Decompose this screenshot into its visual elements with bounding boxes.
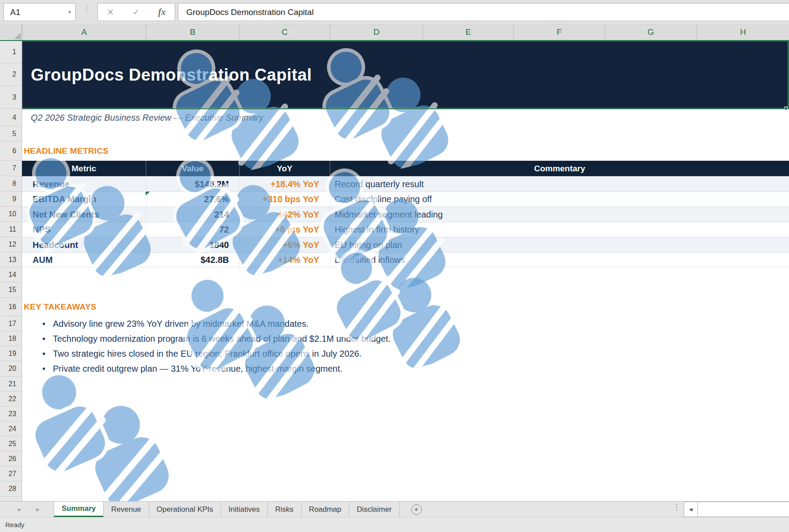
insert-function-icon[interactable]: fx — [158, 7, 166, 17]
row-header-10[interactable]: 10 — [0, 207, 22, 222]
formula-buttons: ✕ ✓ fx — [97, 3, 175, 21]
bullet-icon: • — [42, 334, 45, 344]
cell-yoy[interactable]: +42% YoY — [239, 207, 330, 222]
cell-commentary[interactable]: EU hiring on plan — [330, 237, 789, 252]
cell-commentary[interactable]: Highest in firm history — [330, 222, 789, 237]
col-header-commentary: Commentary — [330, 161, 789, 176]
metrics-table-header: Metric Value YoY Commentary — [22, 161, 789, 176]
row-header-27[interactable]: 27 — [0, 466, 22, 481]
sheet-tab-risks[interactable]: Risks — [268, 502, 302, 517]
row-header-15[interactable]: 15 — [0, 282, 22, 298]
sheet-tab-revenue[interactable]: Revenue — [103, 502, 149, 517]
cell-value[interactable]: $42.8B — [146, 253, 239, 267]
cell-metric[interactable]: Revenue — [22, 177, 146, 192]
sheet-tab-initiatives[interactable]: Initiatives — [221, 502, 268, 517]
sheet-grid[interactable]: GroupDocs Demonstration Capital Q2 2026 … — [22, 41, 789, 501]
row-header-13[interactable]: 13 — [0, 252, 22, 267]
takeaway-text: Two strategic hires closed in the EU reg… — [53, 349, 361, 359]
cell-commentary[interactable]: Diversified inflows — [330, 253, 789, 267]
tab-scroll-left-icon[interactable]: ◄ — [16, 506, 21, 513]
row-headers: 1234567891011121314151617181920212223242… — [0, 41, 22, 501]
column-header-c[interactable]: C — [239, 24, 330, 40]
row-header-1[interactable]: 1 — [0, 41, 22, 63]
row-header-28[interactable]: 28 — [0, 481, 22, 497]
select-all-corner[interactable] — [0, 24, 22, 40]
cell-commentary[interactable]: Cost discipline paying off — [330, 192, 789, 207]
col-header-value: Value — [146, 161, 239, 176]
row-header-20[interactable]: 20 — [0, 361, 22, 377]
row-header-21[interactable]: 21 — [0, 377, 22, 392]
add-sheet-button[interactable]: + — [411, 504, 422, 515]
takeaway-text: Advisory line grew 23% YoY driven by mid… — [53, 319, 309, 329]
row-header-24[interactable]: 24 — [0, 421, 22, 436]
cell-value[interactable]: $148.2M — [146, 177, 239, 192]
cell-yoy[interactable]: +14% YoY — [239, 253, 330, 267]
row-header-14[interactable]: 14 — [0, 267, 22, 282]
col-header-metric: Metric — [22, 161, 146, 176]
cell-yoy[interactable]: +310 bps YoY — [239, 192, 330, 207]
row-header-23[interactable]: 23 — [0, 406, 22, 421]
cancel-icon[interactable]: ✕ — [107, 7, 114, 17]
row-header-7[interactable]: 7 — [0, 161, 22, 176]
hscroll-track[interactable] — [698, 502, 789, 517]
column-header-e[interactable]: E — [423, 24, 513, 40]
row-header-18[interactable]: 18 — [0, 331, 22, 346]
cell-value[interactable]: 72 — [146, 222, 239, 237]
sheet-tab-summary[interactable]: Summary — [54, 502, 103, 517]
formula-bar[interactable]: GroupDocs Demonstration Capital — [178, 3, 789, 21]
cell-yoy[interactable]: +6% YoY — [239, 237, 330, 252]
row-header-9[interactable]: 9 — [0, 192, 22, 207]
cell-value[interactable]: 1840 — [146, 237, 239, 252]
row-header-4[interactable]: 4 — [0, 109, 22, 126]
takeaway-item[interactable]: •Technology modernization program is 6 w… — [22, 331, 789, 346]
cell-metric[interactable]: EBITDA Margin — [22, 192, 146, 207]
row-header-12[interactable]: 12 — [0, 237, 22, 252]
column-header-b[interactable]: B — [146, 24, 239, 40]
cell-yoy[interactable]: +18.4% YoY — [239, 177, 330, 192]
cell-metric[interactable]: AUM — [22, 253, 146, 267]
tab-scroll-right-icon[interactable]: ► — [35, 506, 41, 513]
name-box[interactable]: A1 ▾ — [4, 3, 76, 21]
row-header-25[interactable]: 25 — [0, 436, 22, 451]
sheet-tab-roadmap[interactable]: Roadmap — [302, 502, 350, 517]
row-header-16[interactable]: 16 — [0, 298, 22, 316]
cell-metric[interactable]: Net New Clients — [22, 207, 146, 222]
tabbar-splitter-icon[interactable]: ⋮ — [673, 505, 680, 510]
row-header-5[interactable]: 5 — [0, 126, 22, 141]
row-header-2[interactable]: 2 — [0, 63, 22, 86]
toolbar-splitter-icon: ⋮ — [83, 6, 91, 12]
row-header-19[interactable]: 19 — [0, 346, 22, 361]
sheet-tab-disclaimer[interactable]: Disclaimer — [349, 502, 399, 517]
sheet-tab-operational-kpis[interactable]: Operational KPIs — [149, 502, 221, 517]
cell-metric[interactable]: Headcount — [22, 237, 146, 252]
row-header-3[interactable]: 3 — [0, 86, 22, 109]
takeaway-item[interactable]: •Advisory line grew 23% YoY driven by mi… — [22, 316, 789, 331]
cell-yoy[interactable]: +8 pts YoY — [239, 222, 330, 237]
column-header-a[interactable]: A — [22, 24, 146, 40]
row-header-22[interactable]: 22 — [0, 392, 22, 406]
section-headline-metrics: HEADLINE METRICS — [24, 141, 109, 161]
table-row: EBITDA Margin27.6%+310 bps YoYCost disci… — [22, 192, 789, 207]
cell-commentary[interactable]: Midmarket segment leading — [330, 207, 789, 222]
title-banner-cell[interactable]: GroupDocs Demonstration Capital — [22, 41, 789, 109]
cell-metric[interactable]: NPS — [22, 222, 146, 237]
column-header-g[interactable]: G — [605, 24, 697, 40]
takeaway-item[interactable]: •Two strategic hires closed in the EU re… — [22, 346, 789, 361]
row-header-11[interactable]: 11 — [0, 222, 22, 237]
cell-value[interactable]: 214 — [146, 207, 239, 222]
row-header-26[interactable]: 26 — [0, 451, 22, 466]
enter-icon[interactable]: ✓ — [133, 7, 140, 17]
takeaway-item[interactable]: •Private credit outgrew plan — 31% YoY r… — [22, 361, 789, 376]
column-header-h[interactable]: H — [697, 24, 789, 40]
row-header-8[interactable]: 8 — [0, 176, 22, 192]
name-box-dropdown-icon[interactable]: ▾ — [68, 9, 71, 15]
row-header-17[interactable]: 17 — [0, 316, 22, 331]
hscroll-left-button[interactable]: ◄ — [684, 502, 698, 517]
cell-value[interactable]: 27.6% — [146, 192, 239, 207]
cell-commentary[interactable]: Record quarterly result — [330, 177, 789, 192]
column-header-d[interactable]: D — [330, 24, 423, 40]
bullet-icon: • — [42, 349, 45, 359]
row-header-6[interactable]: 6 — [0, 141, 22, 161]
hscroll-left-icon: ◄ — [688, 506, 694, 513]
column-header-f[interactable]: F — [513, 24, 605, 40]
